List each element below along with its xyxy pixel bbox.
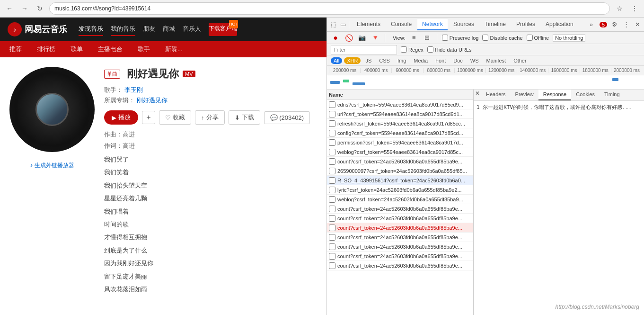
preserve-log-checkbox[interactable]: Preserve log xyxy=(442,35,479,41)
nav-shop[interactable]: 商城 xyxy=(163,23,175,36)
network-row-10[interactable]: weblog?csrf_token=24ac52603fd0b6a0a655df… xyxy=(327,195,473,204)
network-row-6[interactable]: count?csrf_token=24ac52603fd0b6a0a655df8… xyxy=(327,157,473,166)
filter-media[interactable]: Media xyxy=(411,57,431,64)
nav-download[interactable]: 下载客户端 HOT xyxy=(209,23,237,36)
filter-ws[interactable]: WS xyxy=(468,57,482,64)
regex-checkbox[interactable]: Regex xyxy=(401,46,423,53)
detail-tab-headers[interactable]: Headers xyxy=(481,90,511,100)
play-button[interactable]: ▶ 播放 xyxy=(104,110,138,125)
filter-all[interactable]: All xyxy=(331,57,342,64)
vertical-dots-btn[interactable]: ⋮ xyxy=(621,20,631,29)
address-bar[interactable] xyxy=(49,2,610,15)
row-checkbox[interactable] xyxy=(329,187,335,193)
detail-tab-cookies[interactable]: Cookies xyxy=(571,90,600,100)
subnav-chart[interactable]: 排行榜 xyxy=(35,42,57,56)
network-list[interactable]: cdns?csrf_token=5594eaee83614ea8ca9017d8… xyxy=(327,100,473,315)
filter-icon-btn[interactable]: 🔻 xyxy=(371,33,380,43)
clear-btn[interactable]: 🚫 xyxy=(344,33,353,43)
row-checkbox[interactable] xyxy=(329,234,335,241)
row-checkbox[interactable] xyxy=(329,111,335,117)
tab-network[interactable]: Network xyxy=(417,19,448,30)
collect-button[interactable]: ♡ 收藏 xyxy=(159,110,191,125)
row-checkbox[interactable] xyxy=(329,206,335,212)
subnav-playlist[interactable]: 歌单 xyxy=(69,42,85,56)
row-checkbox[interactable] xyxy=(329,196,335,203)
artist-link[interactable]: 李玉刚 xyxy=(124,86,143,93)
row-checkbox[interactable] xyxy=(329,253,335,260)
list-view-btn[interactable]: ≡ xyxy=(409,33,419,43)
generate-link[interactable]: ♪ 生成外链播放器 xyxy=(30,162,74,170)
tab-sources[interactable]: Sources xyxy=(449,19,479,30)
network-row-11[interactable]: count?csrf_token=24ac52603fd0b6a0a655df8… xyxy=(327,204,473,214)
row-checkbox[interactable] xyxy=(329,130,335,136)
filter-other[interactable]: Other xyxy=(511,57,529,64)
detail-tab-response[interactable]: Response xyxy=(538,90,572,100)
offline-checkbox[interactable]: Offline xyxy=(527,35,549,41)
tab-console[interactable]: Console xyxy=(386,19,416,30)
download-button[interactable]: ⬇ 下载 xyxy=(229,110,260,125)
filter-js[interactable]: JS xyxy=(362,57,374,64)
row-checkbox[interactable] xyxy=(329,262,335,269)
network-row-15[interactable]: count?csrf_token=24ac52603fd0b6a0a655df8… xyxy=(327,242,473,252)
tab-profiles[interactable]: Profiles xyxy=(512,19,540,30)
network-row-3[interactable]: config?csrf_token=5594eaee83614ea8ca9017… xyxy=(327,128,473,138)
network-row-0[interactable]: cdns?csrf_token=5594eaee83614ea8ca9017d8… xyxy=(327,100,473,109)
close-devtools-btn[interactable]: ✕ xyxy=(633,20,642,29)
row-checkbox[interactable] xyxy=(329,168,335,174)
filter-input[interactable] xyxy=(331,45,397,54)
network-row-8[interactable]: R_SO_4_439915614?csrf_token=24ac52603fd0… xyxy=(327,176,473,185)
row-checkbox[interactable] xyxy=(329,225,335,231)
filter-css[interactable]: CSS xyxy=(376,57,393,64)
filter-font[interactable]: Font xyxy=(432,57,449,64)
row-checkbox[interactable] xyxy=(329,215,335,222)
throttle-select[interactable]: No throttling xyxy=(553,34,585,42)
subnav-radio[interactable]: 主播电台 xyxy=(96,42,124,56)
capture-screenshots-btn[interactable]: 📷 xyxy=(357,33,367,43)
filter-manifest[interactable]: Manifest xyxy=(484,57,509,64)
tab-elements[interactable]: Elements xyxy=(352,19,385,30)
more-tabs-btn[interactable]: » xyxy=(586,19,597,30)
row-checkbox[interactable] xyxy=(329,158,335,165)
network-row-17[interactable]: count?csrf_token=24ac52603fd0b6a0a655df8… xyxy=(327,261,473,270)
filter-doc[interactable]: Doc xyxy=(450,57,466,64)
detail-tab-preview[interactable]: Preview xyxy=(511,90,538,100)
row-checkbox[interactable] xyxy=(329,101,335,108)
row-checkbox[interactable] xyxy=(329,243,335,250)
network-row-9[interactable]: lyric?csrf_token=24ac52603fd0b6a0a655df8… xyxy=(327,185,473,195)
nav-musician[interactable]: 音乐人 xyxy=(183,23,201,36)
row-checkbox[interactable] xyxy=(329,149,335,155)
settings-btn[interactable]: ⚙ xyxy=(610,20,619,29)
add-button[interactable]: + xyxy=(142,111,155,124)
subnav-artist[interactable]: 歌手 xyxy=(136,42,152,56)
subnav-recommend[interactable]: 推荐 xyxy=(8,42,24,56)
nav-friends[interactable]: 朋友 xyxy=(143,23,155,36)
tab-application[interactable]: Application xyxy=(541,19,578,30)
tab-timeline[interactable]: Timeline xyxy=(480,19,511,30)
filter-img[interactable]: Img xyxy=(395,57,409,64)
menu-button[interactable]: ⋮ xyxy=(629,3,640,14)
device-mode-btn[interactable]: ▭ xyxy=(338,20,348,29)
nav-discover[interactable]: 发现音乐 xyxy=(79,23,103,36)
forward-button[interactable]: → xyxy=(19,3,30,14)
network-row-7[interactable]: 2659000097?csrf_token=24ac52603fd0b6a0a6… xyxy=(327,166,473,176)
network-row-12[interactable]: count?csrf_token=24ac52603fd0b6a0a655df8… xyxy=(327,214,473,223)
nav-my-music[interactable]: 我的音乐 xyxy=(111,23,135,36)
subnav-new[interactable]: 新碟... xyxy=(163,42,185,56)
row-checkbox[interactable] xyxy=(329,120,335,127)
inspect-element-btn[interactable]: ⬚ xyxy=(329,20,338,29)
network-row-1[interactable]: url?csrf_token=5594eaee83614ea8ca9017d85… xyxy=(327,109,473,119)
refresh-button[interactable]: ↻ xyxy=(34,3,45,14)
network-row-13[interactable]: count?csrf_token=24ac52603fd0b6a0a655df8… xyxy=(327,223,473,233)
network-row-2[interactable]: refresh?csrf_token=5594eaee83614ea8ca901… xyxy=(327,119,473,128)
disable-cache-checkbox[interactable]: Disable cache xyxy=(482,35,522,41)
close-detail-btn[interactable]: ✕ xyxy=(474,90,481,97)
record-btn[interactable]: ● xyxy=(331,33,340,43)
hide-data-urls-checkbox[interactable]: Hide data URLs xyxy=(427,46,472,53)
filter-xhr[interactable]: XHR xyxy=(344,57,361,64)
row-checkbox[interactable] xyxy=(329,139,335,146)
network-row-4[interactable]: permission?csrf_token=5594eaee83614ea8ca… xyxy=(327,138,473,147)
large-view-btn[interactable]: ⊞ xyxy=(423,33,432,43)
detail-tab-timing[interactable]: Timing xyxy=(600,90,625,100)
comment-button[interactable]: 💬 (203402) xyxy=(264,111,310,124)
mv-tag[interactable]: MV xyxy=(183,71,195,77)
